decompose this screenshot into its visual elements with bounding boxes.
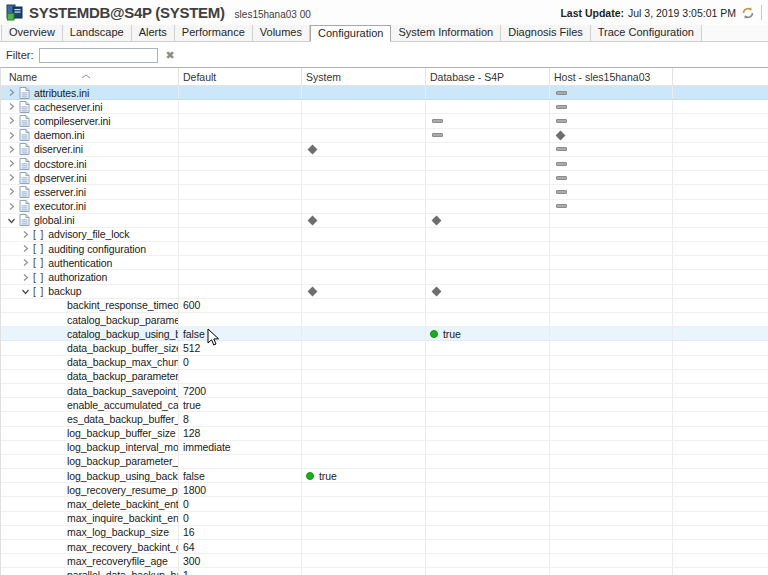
chevron-down-icon[interactable] (7, 216, 16, 225)
chevron-right-icon[interactable] (21, 273, 30, 282)
table-row[interactable]: log_backup_buffer_size128 (1, 427, 768, 441)
tab-trace-configuration[interactable]: Trace Configuration (591, 25, 702, 41)
tab-landscape[interactable]: Landscape (63, 25, 132, 41)
chevron-right-icon[interactable] (7, 145, 16, 154)
clear-filter-icon[interactable]: ✖ (166, 50, 175, 61)
table-row[interactable]: max_recoveryfile_age300 (1, 554, 768, 568)
row-name-cell: attributes.ini (1, 86, 179, 99)
cell-database (426, 185, 550, 198)
row-name: authorization (48, 271, 107, 283)
table-row[interactable]: global.ini (1, 214, 768, 228)
chevron-right-icon[interactable] (7, 102, 16, 111)
table-row[interactable]: log_backup_using_backintfalsetrue (1, 469, 768, 483)
column-header-host[interactable]: Host - sles15hana03 (550, 68, 673, 85)
cell-value: 8 (183, 413, 189, 425)
cell-value: 0 (183, 512, 189, 524)
table-row[interactable]: daemon.ini (1, 129, 768, 143)
table-row[interactable]: dpserver.ini (1, 171, 768, 185)
row-name-cell: [ ]advisory_file_lock (1, 228, 179, 241)
table-row[interactable]: data_backup_savepoint_lock7200 (1, 384, 768, 398)
table-row[interactable]: cacheserver.ini (1, 100, 768, 114)
tab-volumes[interactable]: Volumes (253, 25, 310, 41)
tab-system-information[interactable]: System Information (391, 25, 501, 41)
tab-performance[interactable]: Performance (175, 25, 253, 41)
table-row[interactable]: diserver.ini (1, 143, 768, 157)
table-row[interactable]: [ ]backup (1, 285, 768, 299)
table-row[interactable]: data_backup_parameter_file (1, 370, 768, 384)
cell-system (302, 171, 426, 184)
table-row[interactable]: data_backup_max_chunk_siz0 (1, 356, 768, 370)
table-row[interactable]: [ ]auditing configuration (1, 242, 768, 256)
tab-alerts[interactable]: Alerts (132, 25, 175, 41)
table-row[interactable]: docstore.ini (1, 157, 768, 171)
ini-file-icon (19, 143, 30, 155)
cell-spacer (673, 214, 768, 227)
table-row[interactable]: data_backup_buffer_size512 (1, 341, 768, 355)
table-row[interactable]: max_recovery_backint_chan64 (1, 540, 768, 554)
cell-system (302, 526, 426, 539)
column-header-name[interactable]: Name (1, 68, 179, 85)
table-row[interactable]: esserver.ini (1, 185, 768, 199)
cell-spacer (673, 554, 768, 567)
refresh-icon[interactable] (741, 6, 755, 20)
cell-value: 1800 (183, 484, 206, 496)
cell-default (179, 228, 302, 241)
chevron-down-icon[interactable] (21, 287, 30, 296)
table-row[interactable]: [ ]authentication (1, 256, 768, 270)
table-row[interactable]: es_data_backup_buffer_size8 (1, 412, 768, 426)
cell-value: 64 (183, 541, 194, 553)
filter-input[interactable] (39, 48, 158, 63)
last-update: Last Update: Jul 3, 2019 3:05:01 PM (560, 7, 736, 19)
column-header-database[interactable]: Database - S4P (426, 68, 550, 85)
cell-system (302, 441, 426, 454)
table-row[interactable]: catalog_backup_using_backfalsetrue (1, 327, 768, 341)
dash-icon (556, 91, 567, 95)
table-row[interactable]: max_delete_backint_entries0 (1, 497, 768, 511)
table-row[interactable]: log_backup_parameter_file (1, 455, 768, 469)
table-row[interactable]: log_recovery_resume_point_1800 (1, 483, 768, 497)
row-name-cell: log_backup_interval_mode (1, 441, 179, 454)
cell-host (550, 427, 673, 440)
table-row[interactable]: backint_response_timeout600 (1, 299, 768, 313)
tab-configuration[interactable]: Configuration (310, 25, 391, 42)
row-name: enable_accumulated_catalo (67, 399, 179, 411)
cell-host (550, 526, 673, 539)
column-header-system[interactable]: System (302, 68, 426, 85)
cell-spacer (673, 157, 768, 170)
chevron-right-icon[interactable] (21, 244, 30, 253)
row-name: data_backup_parameter_file (67, 370, 179, 382)
system-title: SYSTEMDB@S4P (SYSTEM) (29, 4, 225, 21)
column-header-default[interactable]: Default (179, 68, 302, 85)
row-name-cell: data_backup_buffer_size (1, 341, 179, 354)
table-row[interactable]: [ ]advisory_file_lock (1, 228, 768, 242)
chevron-right-icon[interactable] (7, 159, 16, 168)
cell-database (426, 441, 550, 454)
table-row[interactable]: [ ]authorization (1, 270, 768, 284)
table-row[interactable]: parallel_data_backup_backin1 (1, 568, 768, 575)
chevron-right-icon[interactable] (21, 258, 30, 267)
table-row[interactable]: max_inquire_backint_entries0 (1, 512, 768, 526)
cell-host (550, 554, 673, 567)
chevron-right-icon[interactable] (7, 88, 16, 97)
table-row[interactable]: enable_accumulated_catalotrue (1, 398, 768, 412)
cell-host (550, 200, 673, 213)
cell-default: false (179, 469, 302, 482)
chevron-right-icon[interactable] (7, 187, 16, 196)
table-row[interactable]: executor.ini (1, 200, 768, 214)
chevron-right-icon[interactable] (21, 230, 30, 239)
table-row[interactable]: attributes.ini (1, 86, 768, 100)
cell-database (426, 171, 550, 184)
chevron-right-icon[interactable] (7, 116, 16, 125)
chevron-right-icon[interactable] (7, 131, 16, 140)
table-row[interactable]: log_backup_interval_modeimmediate (1, 441, 768, 455)
chevron-right-icon[interactable] (7, 173, 16, 182)
tab-diagnosis-files[interactable]: Diagnosis Files (501, 25, 591, 41)
cell-host (550, 497, 673, 510)
tab-overview[interactable]: Overview (1, 25, 63, 41)
table-row[interactable]: max_log_backup_size16 (1, 526, 768, 540)
table-row[interactable]: catalog_backup_parameter_ (1, 313, 768, 327)
cell-host (550, 512, 673, 525)
table-row[interactable]: compileserver.ini (1, 114, 768, 128)
chevron-right-icon[interactable] (7, 202, 16, 211)
title-bar: SYSTEMDB@S4P (SYSTEM) sles15hana03 00 La… (0, 0, 768, 25)
